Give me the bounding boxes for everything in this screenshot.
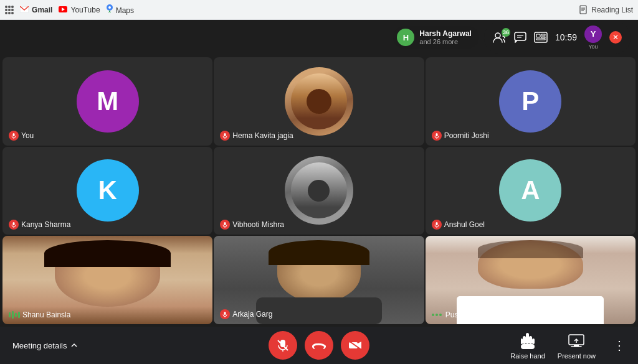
browser-apps-area: Gmail YouTube Maps (5, 4, 134, 15)
name-pushpender: Pushpender Kumar (432, 310, 510, 319)
mic-off-kanya (9, 220, 19, 230)
gmail-link[interactable]: Gmail (20, 6, 52, 14)
header-controls: 36 (484, 22, 631, 54)
svg-rect-40 (529, 336, 532, 344)
avatar-anshul: A (499, 159, 561, 222)
video-cell-hema: Hema Kavita jagia (214, 57, 424, 146)
chat-button[interactable] (514, 32, 526, 43)
svg-rect-43 (521, 344, 535, 349)
name-vibhooti: Vibhooti Mishra (220, 220, 284, 230)
svg-rect-16 (541, 34, 545, 35)
svg-rect-11 (515, 32, 526, 40)
participant-extra: and 26 more (419, 38, 472, 45)
svg-rect-38 (526, 333, 529, 344)
raise-hand-button[interactable]: Raise hand (510, 331, 545, 360)
name-kanya: Kanya Sharma (9, 220, 70, 230)
svg-rect-15 (536, 34, 540, 37)
svg-point-10 (495, 33, 500, 38)
mic-off-vibhooti (220, 220, 230, 230)
bottom-controls (269, 331, 369, 360)
activities-button[interactable] (534, 32, 548, 43)
svg-rect-41 (532, 338, 535, 344)
svg-rect-29 (436, 222, 437, 225)
video-cell-shanu: Shanu Bainsla (2, 236, 212, 324)
svg-rect-31 (224, 312, 226, 315)
mute-button[interactable] (269, 331, 297, 360)
youtube-link[interactable]: YouTube (59, 6, 100, 14)
video-cell-poorniti: P Poorniti Joshi (426, 57, 636, 146)
mic-off-you (9, 131, 19, 141)
meet-header: H Harsh Agarwal and 26 more 36 (0, 20, 638, 55)
mic-off-arkaja (220, 309, 230, 319)
video-cell-you: M You (2, 57, 212, 146)
avatar-you: M (77, 70, 139, 133)
camera-off-button[interactable] (341, 331, 369, 360)
participant-name: Harsh Agarwal (419, 29, 472, 38)
svg-rect-27 (224, 222, 226, 225)
avatar-kanya: K (77, 159, 139, 222)
video-cell-vibhooti: Vibhooti Mishra (214, 147, 424, 235)
svg-rect-19 (13, 133, 15, 136)
svg-rect-17 (541, 37, 545, 38)
name-hema: Hema Kavita jagia (220, 131, 293, 141)
video-cell-pushpender: Pushpender Kumar (426, 236, 636, 324)
right-controls: Raise hand Present now ⋮ (510, 331, 626, 360)
svg-rect-23 (436, 133, 437, 136)
browser-bar: Gmail YouTube Maps Reading List (0, 0, 638, 20)
participants-button[interactable]: 36 (493, 32, 507, 43)
name-you: You (9, 131, 34, 141)
mic-off-poorniti (432, 131, 442, 141)
video-cell-anshul: A Anshul Goel (426, 147, 636, 235)
meet-container: H Harsh Agarwal and 26 more 36 (0, 20, 638, 364)
name-arkaja: Arkaja Garg (220, 309, 272, 319)
video-cell-kanya: K Kanya Sharma (2, 147, 212, 235)
apps-icon[interactable] (5, 6, 14, 14)
meeting-details-button[interactable]: Meeting details (12, 341, 78, 350)
svg-rect-42 (521, 338, 523, 344)
mic-off-hema (220, 131, 230, 141)
present-now-button[interactable]: Present now (558, 331, 596, 360)
name-anshul: Anshul Goel (432, 220, 485, 230)
name-shanu: Shanu Bainsla (9, 310, 70, 319)
more-options-button[interactable]: ⋮ (613, 338, 626, 353)
svg-rect-25 (13, 222, 15, 225)
bottom-bar: Meeting details (0, 327, 638, 364)
maps-link[interactable]: Maps (107, 4, 134, 15)
participant-badge: H Harsh Agarwal and 26 more (393, 26, 479, 49)
svg-rect-21 (224, 133, 226, 136)
you-avatar: Y (584, 26, 602, 43)
close-button[interactable]: ✕ (609, 31, 622, 44)
svg-rect-39 (523, 336, 526, 344)
avatar-poorniti: P (499, 70, 561, 133)
svg-rect-36 (349, 342, 358, 348)
meeting-time: 10:59 (555, 32, 577, 42)
hangup-button[interactable] (305, 331, 333, 360)
activity-shanu (9, 311, 20, 319)
reading-list-label: Reading List (591, 6, 633, 14)
name-poorniti: Poorniti Joshi (432, 131, 489, 141)
video-grid: M You (0, 55, 638, 327)
participant-count: 36 (502, 28, 510, 37)
reading-list-area[interactable]: Reading List (579, 5, 633, 15)
dots-pushpender (432, 314, 442, 316)
svg-rect-18 (536, 39, 545, 40)
mic-off-anshul (432, 220, 442, 230)
svg-point-4 (108, 6, 111, 9)
participant-badge-avatar: H (397, 29, 414, 46)
video-cell-arkaja: Arkaja Garg (214, 236, 424, 324)
